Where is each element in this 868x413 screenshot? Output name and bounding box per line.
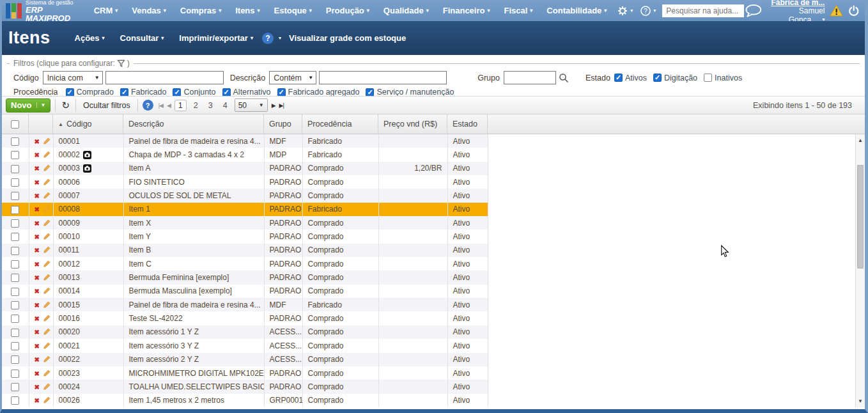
table-row[interactable]: ✖00007OCULOS DE SOL DE METALPADRAOCompra… xyxy=(2,189,488,202)
chat-icon[interactable] xyxy=(744,3,763,19)
delete-icon[interactable]: ✖ xyxy=(35,261,40,268)
first-page-icon[interactable]: |◀ xyxy=(159,102,163,109)
edit-pencil-icon[interactable] xyxy=(43,369,51,377)
select-all-checkbox[interactable] xyxy=(2,114,29,134)
cell-codigo[interactable]: 00023 xyxy=(53,366,123,380)
page-menu-item-2[interactable]: Imprimir/exportar▾ xyxy=(173,33,260,43)
edit-pencil-icon[interactable] xyxy=(43,164,51,172)
cell-codigo[interactable]: 00007 xyxy=(53,189,123,202)
cell-codigo[interactable]: 00014 xyxy=(53,284,123,298)
table-row[interactable]: ✖00011Item BPADRAOCompradoAtivo xyxy=(2,244,488,257)
row-checkbox[interactable] xyxy=(2,311,29,325)
main-menu-item-9[interactable]: Contabilidade▾ xyxy=(539,6,614,15)
table-row[interactable]: ✖00002Chapa de MDP - 3 camadas 4 x 2MDPF… xyxy=(2,148,488,161)
table-row[interactable]: ✖00014Bermuda Masculina [exemplo]PADRAOC… xyxy=(2,284,488,298)
main-menu-item-8[interactable]: Fiscal▾ xyxy=(497,6,539,15)
cell-codigo[interactable]: 00021 xyxy=(53,339,123,352)
row-checkbox[interactable] xyxy=(2,148,29,161)
main-menu-item-4[interactable]: Estoque▾ xyxy=(267,6,319,15)
column-header-procedencia[interactable]: Procedência xyxy=(302,114,378,134)
edit-pencil-icon[interactable] xyxy=(43,273,51,281)
main-menu-item-1[interactable]: Vendas▾ xyxy=(125,6,173,15)
delete-icon[interactable]: ✖ xyxy=(35,220,40,227)
table-row[interactable]: ✖00009Item XPADRAOCompradoAtivo xyxy=(2,216,488,230)
edit-pencil-icon[interactable] xyxy=(43,191,51,199)
main-menu-item-2[interactable]: Compras▾ xyxy=(173,6,228,15)
delete-icon[interactable]: ✖ xyxy=(35,233,40,240)
table-row[interactable]: ✖00015Painel de fibra de madeira e resin… xyxy=(2,298,488,311)
row-checkbox[interactable] xyxy=(2,257,29,270)
descricao-operator-select[interactable]: Contém▼ xyxy=(269,71,316,84)
main-menu-item-3[interactable]: Itens▾ xyxy=(228,6,267,15)
row-checkbox[interactable] xyxy=(2,284,29,298)
delete-icon[interactable]: ✖ xyxy=(35,397,40,404)
table-row[interactable]: ✖00003Item APADRAOComprado1,20/BRAtivo xyxy=(2,162,488,175)
procedencia-checkbox-fabricado-agregado[interactable]: Fabricado agregado xyxy=(277,88,360,97)
edit-pencil-icon[interactable] xyxy=(43,219,51,227)
edit-pencil-icon[interactable] xyxy=(43,150,51,159)
novo-button[interactable]: Novo▼ xyxy=(6,98,50,113)
table-row[interactable]: ✖00016Teste SL-42022PADRAOCompradoAtivo xyxy=(2,311,488,325)
main-menu-item-6[interactable]: Qualidade▾ xyxy=(376,6,436,15)
procedencia-checkbox-servi-o-manuten-o[interactable]: Serviço / manutenção xyxy=(366,88,454,97)
row-checkbox[interactable] xyxy=(2,134,29,148)
table-row[interactable]: ✖00021Item acessório 3 Y ZACESS...Compra… xyxy=(2,339,488,352)
table-row[interactable]: ✖00001Painel de fibra de madeira e resin… xyxy=(2,134,488,148)
page-number-2[interactable]: 2 xyxy=(190,100,201,111)
cell-codigo[interactable]: 00009 xyxy=(53,216,123,230)
edit-pencil-icon[interactable] xyxy=(43,396,51,404)
edit-pencil-icon[interactable] xyxy=(43,245,51,254)
row-checkbox[interactable] xyxy=(2,216,29,230)
scrollbar-thumb[interactable] xyxy=(857,165,864,269)
row-checkbox[interactable] xyxy=(2,298,29,311)
delete-icon[interactable]: ✖ xyxy=(35,370,40,377)
cell-codigo[interactable]: 00008 xyxy=(53,203,123,216)
next-page-icon[interactable]: ▶ xyxy=(272,102,275,109)
column-header-grupo[interactable]: Grupo xyxy=(264,114,302,134)
cell-codigo[interactable]: 00003 xyxy=(53,162,123,175)
search-icon[interactable] xyxy=(559,73,569,83)
cell-codigo[interactable]: 00013 xyxy=(53,270,123,284)
delete-icon[interactable]: ✖ xyxy=(35,274,40,281)
row-checkbox[interactable] xyxy=(2,230,29,243)
codigo-operator-select[interactable]: Inicia com▼ xyxy=(43,71,103,84)
edit-pencil-icon[interactable] xyxy=(43,178,51,186)
page-number-4[interactable]: 4 xyxy=(220,100,231,111)
help-search-input[interactable] xyxy=(662,4,744,17)
cell-codigo[interactable]: 00002 xyxy=(53,148,123,161)
cell-codigo[interactable]: 00020 xyxy=(53,325,123,339)
table-row[interactable]: ✖00026Item 1,45 metros x 2 metrosGRP0001… xyxy=(2,394,488,407)
row-checkbox[interactable] xyxy=(2,339,29,352)
cell-codigo[interactable]: 00026 xyxy=(53,394,123,407)
cell-codigo[interactable]: 00016 xyxy=(53,311,123,325)
edit-pencil-icon[interactable] xyxy=(43,300,51,309)
main-menu-item-0[interactable]: CRM▾ xyxy=(87,6,125,15)
chevron-down-icon[interactable]: ▾ xyxy=(279,35,281,41)
filters-legend[interactable]: Filtros (clique para configurar: ) xyxy=(10,59,134,68)
row-checkbox[interactable] xyxy=(2,244,29,257)
table-row[interactable]: ✖00020Item acessório 1 Y ZACESS...Compra… xyxy=(2,325,488,339)
delete-icon[interactable]: ✖ xyxy=(35,192,40,199)
edit-pencil-icon[interactable] xyxy=(43,341,51,350)
delete-icon[interactable]: ✖ xyxy=(35,343,40,350)
table-row[interactable]: ✖00012Item CPADRAOCompradoAtivo xyxy=(2,257,488,270)
estado-checkbox-ativos[interactable]: Ativos xyxy=(614,74,647,82)
table-row[interactable]: ✖00006FIO SINTETICOPADRAOCompradoAtivo xyxy=(2,175,488,189)
edit-pencil-icon[interactable] xyxy=(43,137,51,145)
edit-pencil-icon[interactable] xyxy=(43,327,51,336)
page-menu-item-0[interactable]: Ações▾ xyxy=(68,33,111,43)
table-row[interactable]: ✖00013Bermuda Feminina [exemplo]PADRAOCo… xyxy=(2,270,488,284)
delete-icon[interactable]: ✖ xyxy=(35,247,40,254)
edit-pencil-icon[interactable] xyxy=(43,355,51,363)
table-row[interactable]: ✖00023MICROHMIMETRO DIGITAL MPK102EPADRA… xyxy=(2,366,488,380)
table-row[interactable]: ✖00008Item 1PADRAOFabricadoAtivo xyxy=(2,203,488,216)
edit-pencil-icon[interactable] xyxy=(43,205,51,213)
delete-icon[interactable]: ✖ xyxy=(35,384,40,391)
last-page-icon[interactable]: ▶| xyxy=(279,102,284,109)
estado-checkbox-digita-o[interactable]: Digitação xyxy=(653,74,697,82)
page-size-select[interactable]: 50▼ xyxy=(235,98,268,112)
row-checkbox[interactable] xyxy=(2,175,29,189)
cell-codigo[interactable]: 00001 xyxy=(53,134,123,148)
scroll-up-icon[interactable]: ▲ xyxy=(856,136,865,145)
procedencia-checkbox-conjunto[interactable]: Conjunto xyxy=(173,88,215,97)
